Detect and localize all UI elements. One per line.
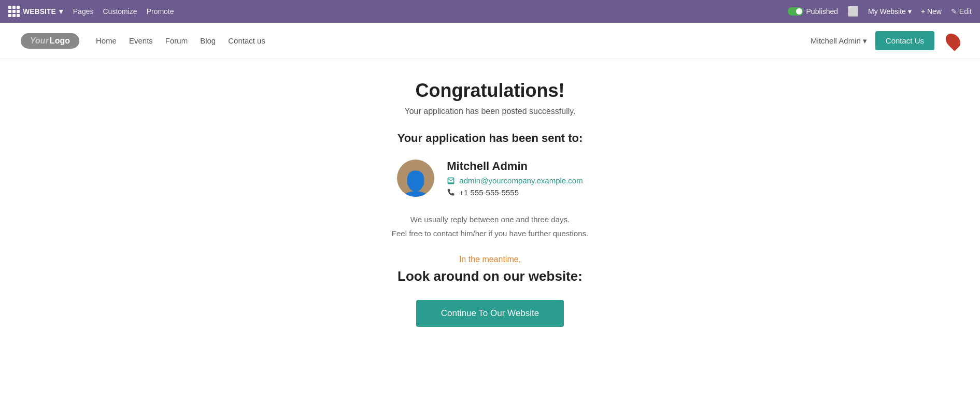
topbar-right: Published ⬜ My Website ▾ + New ✎ Edit bbox=[788, 6, 972, 17]
mitchell-admin-label: Mitchell Admin bbox=[811, 36, 861, 45]
contact-email-link[interactable]: admin@yourcompany.example.com bbox=[459, 176, 583, 185]
email-icon bbox=[447, 177, 455, 185]
my-website-arrow: ▾ bbox=[908, 7, 912, 16]
contact-phone-row: +1 555-555-5555 bbox=[447, 188, 583, 197]
new-label: + New bbox=[921, 7, 942, 16]
topbar-brand[interactable]: WEBSITE ▾ bbox=[8, 6, 63, 17]
site-nav: Your Logo Home Events Forum Blog Contact… bbox=[0, 23, 980, 59]
reply-note-line2: Feel free to contact him/her if you have… bbox=[392, 226, 588, 240]
site-nav-left: Your Logo Home Events Forum Blog Contact… bbox=[21, 33, 265, 49]
nav-pages[interactable]: Pages bbox=[73, 7, 94, 16]
contact-us-button[interactable]: Contact Us bbox=[875, 31, 934, 50]
topbar-nav: Pages Customize Promote bbox=[73, 7, 174, 16]
reply-note-line1: We usually reply between one and three d… bbox=[392, 212, 588, 226]
drop-icon bbox=[943, 31, 963, 51]
logo-logo: Logo bbox=[50, 36, 70, 46]
new-button[interactable]: + New bbox=[921, 7, 942, 16]
published-badge: Published bbox=[788, 7, 839, 16]
nav-blog[interactable]: Blog bbox=[200, 36, 216, 45]
continue-button[interactable]: Continue To Our Website bbox=[416, 300, 564, 327]
avatar bbox=[397, 160, 434, 197]
my-website-button[interactable]: My Website ▾ bbox=[868, 7, 912, 16]
phone-icon bbox=[447, 189, 455, 197]
contact-card: Mitchell Admin admin@yourcompany.example… bbox=[397, 160, 583, 197]
reply-note: We usually reply between one and three d… bbox=[392, 212, 588, 240]
logo-your: Your bbox=[30, 36, 49, 46]
logo[interactable]: Your Logo bbox=[21, 33, 79, 49]
topbar-left: WEBSITE ▾ Pages Customize Promote bbox=[8, 6, 174, 17]
meantime-text: In the meantime, bbox=[459, 255, 521, 264]
nav-home[interactable]: Home bbox=[96, 36, 117, 45]
edit-label: ✎ Edit bbox=[951, 7, 972, 16]
nav-contact-us[interactable]: Contact us bbox=[228, 36, 265, 45]
brand-label: WEBSITE bbox=[23, 7, 56, 16]
success-subtitle: Your application has been posted success… bbox=[405, 107, 576, 116]
published-label: Published bbox=[806, 7, 839, 16]
nav-promote[interactable]: Promote bbox=[147, 7, 174, 16]
contact-phone-text: +1 555-555-5555 bbox=[459, 188, 519, 197]
edit-button[interactable]: ✎ Edit bbox=[951, 7, 972, 16]
brand-arrow: ▾ bbox=[59, 7, 63, 16]
mitchell-admin-button[interactable]: Mitchell Admin ▾ bbox=[811, 36, 867, 46]
nav-customize[interactable]: Customize bbox=[103, 7, 137, 16]
my-website-label: My Website bbox=[868, 7, 906, 16]
mobile-icon[interactable]: ⬜ bbox=[847, 6, 859, 17]
contact-name: Mitchell Admin bbox=[447, 160, 583, 173]
nav-events[interactable]: Events bbox=[129, 36, 153, 45]
main-content: Congratulations! Your application has be… bbox=[0, 59, 980, 358]
topbar: WEBSITE ▾ Pages Customize Promote Publis… bbox=[0, 0, 980, 23]
congratulations-title: Congratulations! bbox=[416, 80, 565, 102]
published-toggle[interactable] bbox=[788, 7, 803, 16]
sent-to-heading: Your application has been sent to: bbox=[397, 132, 583, 145]
contact-email-row: admin@yourcompany.example.com bbox=[447, 176, 583, 185]
grid-icon bbox=[8, 6, 20, 17]
site-nav-links: Home Events Forum Blog Contact us bbox=[96, 36, 265, 45]
site-nav-right: Mitchell Admin ▾ Contact Us bbox=[811, 31, 959, 50]
contact-info: Mitchell Admin admin@yourcompany.example… bbox=[447, 160, 583, 197]
nav-forum[interactable]: Forum bbox=[165, 36, 188, 45]
mitchell-arrow: ▾ bbox=[863, 36, 867, 46]
look-around-heading: Look around on our website: bbox=[397, 268, 583, 284]
